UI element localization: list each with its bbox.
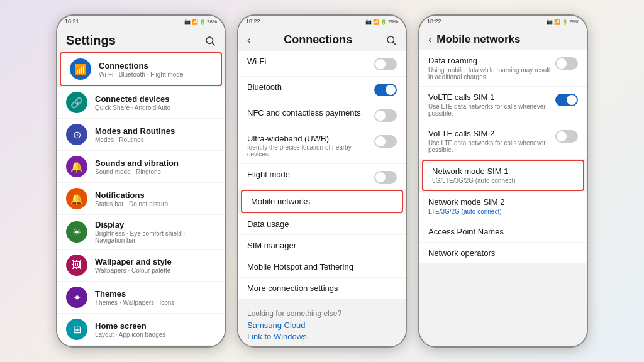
data-roaming-toggle[interactable] [555,57,578,70]
time-2: 18:22 [246,18,260,25]
nfc-toggle[interactable] [374,109,397,122]
conn-item-hotspot[interactable]: Mobile Hotspot and Tethering [238,256,406,277]
modes-icon: ⊙ [66,124,87,145]
settings-header: Settings [57,27,225,52]
settings-screen: Settings 📶 Connections Wi-Fi · Bluetooth… [57,27,225,346]
themes-title: Themes [95,289,216,299]
looking-section: Looking for something else? Samsung Clou… [238,303,406,346]
connected-devices-icon: 🔗 [66,92,87,113]
back-button[interactable]: ‹ [247,35,250,46]
wallpaper-subtitle: Wallpapers · Colour palette [95,267,216,274]
modes-subtitle: Modes · Routines [95,136,216,143]
notifications-title: Notifications [95,190,216,200]
search-icon-2[interactable] [386,35,397,46]
sounds-icon: 🔔 [66,156,87,177]
display-title: Display [95,220,216,229]
connections-subtitle: Wi-Fi · Bluetooth · Flight mode [99,71,212,78]
themes-subtitle: Themes · Wallpapers · Icons [95,299,216,306]
display-icon: ☀ [66,221,87,243]
mobile-item-network-sim1[interactable]: Network mode SIM 1 5G/LTE/3G/2G (auto co… [422,160,584,191]
mobile-item-operators[interactable]: Network operators [419,243,587,263]
connections-title: Connections [99,61,212,70]
mobile-networks-title: Mobile networks [436,33,520,46]
settings-item-connections[interactable]: 📶 Connections Wi-Fi · Bluetooth · Flight… [60,52,222,86]
phone-2: 18:22 📷 📶 🔋 29% ‹ Connections Wi-Fi [237,14,407,348]
wallpaper-title: Wallpaper and style [95,257,216,266]
connections-title: Connections [284,33,352,47]
mobile-item-volte-sim2[interactable]: VoLTE calls SIM 2 Use LTE data networks … [419,123,587,159]
settings-item-connected-devices[interactable]: 🔗 Connected devices Quick Share · Androi… [57,87,225,118]
mobile-list: Data roaming Using mobile data while roa… [419,50,587,264]
settings-item-display[interactable]: ☀ Display Brightness · Eye comfort shiel… [57,215,225,249]
home-screen-title: Home screen [95,321,216,331]
conn-item-uwb[interactable]: Ultra-wideband (UWB) Identify the precis… [238,128,406,163]
status-icons-3: 📷 📶 🔋 29% [547,19,579,25]
home-screen-subtitle: Layout · App icon badges [95,331,216,338]
conn-item-more[interactable]: More connection settings [238,278,406,299]
settings-item-sounds[interactable]: 🔔 Sounds and vibration Sound mode · Ring… [57,151,225,182]
phone-1: 18:21 📷 📶 🔋 28% Settings 📶 Connections W… [56,14,226,348]
status-icons-1: 📷 📶 🔋 28% [184,19,217,25]
phone-3: 18:22 📷 📶 🔋 29% ‹ Mobile networks Data r… [418,14,588,348]
mobile-item-apn[interactable]: Access Point Names [419,221,587,242]
conn-item-sim[interactable]: SIM manager [238,235,406,256]
uwb-toggle[interactable] [374,135,397,148]
samsung-cloud-link[interactable]: Samsung Cloud [247,321,397,330]
bluetooth-toggle[interactable] [374,84,397,96]
mobile-item-network-sim2[interactable]: Network mode SIM 2 LTE/3G/2G (auto conne… [419,192,587,221]
status-bar-3: 18:22 📷 📶 🔋 29% [419,16,587,27]
svg-line-1 [212,43,214,45]
mobile-networks-header: ‹ Mobile networks [419,27,587,50]
link-to-windows-link[interactable]: Link to Windows [247,332,397,341]
time-3: 18:22 [427,18,441,25]
status-bar-2: 18:22 📷 📶 🔋 29% [238,16,406,27]
back-button-3[interactable]: ‹ [428,34,431,45]
mobile-item-data-roaming[interactable]: Data roaming Using mobile data while roa… [419,50,587,86]
time-1: 18:21 [65,18,79,25]
search-icon[interactable] [204,35,216,47]
volte-sim2-toggle[interactable] [555,130,578,143]
home-screen-icon: ⊞ [66,319,87,340]
conn-item-wifi[interactable]: Wi-Fi [238,51,406,76]
svg-point-2 [387,36,394,43]
settings-item-home-screen[interactable]: ⊞ Home screen Layout · App icon badges [57,314,225,345]
themes-icon: ✦ [66,287,87,308]
conn-item-mobile-networks[interactable]: Mobile networks [241,190,403,213]
sounds-subtitle: Sound mode · Ringtone [95,168,216,175]
conn-item-bluetooth[interactable]: Bluetooth [238,77,406,102]
notifications-subtitle: Status bar · Do not disturb [95,200,216,207]
wifi-toggle[interactable] [374,58,397,70]
settings-item-themes[interactable]: ✦ Themes Themes · Wallpapers · Icons [57,282,225,313]
conn-item-data-usage[interactable]: Data usage [238,214,406,234]
display-subtitle: Brightness · Eye comfort shield · Naviga… [95,230,216,244]
connected-devices-subtitle: Quick Share · Android Auto [95,104,216,111]
sounds-title: Sounds and vibration [95,158,216,168]
connections-icon: 📶 [70,58,91,80]
mobile-networks-screen: ‹ Mobile networks Data roaming Using mob… [419,27,587,346]
modes-title: Modes and Routines [95,126,216,136]
connections-screen: ‹ Connections Wi-Fi Bluetooth [238,27,406,346]
svg-line-3 [393,42,396,45]
mobile-item-volte-sim1[interactable]: VoLTE calls SIM 1 Use LTE data networks … [419,87,587,123]
status-bar-1: 18:21 📷 📶 🔋 28% [57,16,225,27]
conn-item-flight[interactable]: Flight mode [238,164,406,189]
settings-list: 📶 Connections Wi-Fi · Bluetooth · Flight… [57,52,225,346]
settings-item-wallpaper[interactable]: 🖼 Wallpaper and style Wallpapers · Colou… [57,250,225,281]
status-icons-2: 📷 📶 🔋 29% [365,19,398,25]
looking-title: Looking for something else? [247,309,397,318]
connections-list: Wi-Fi Bluetooth NFC and contactless paym… [238,50,406,346]
settings-item-notifications[interactable]: 🔔 Notifications Status bar · Do not dist… [57,183,225,214]
settings-title: Settings [66,33,116,48]
svg-point-0 [206,37,213,44]
conn-item-nfc[interactable]: NFC and contactless payments [238,102,406,128]
connections-header: ‹ Connections [238,27,406,50]
settings-item-modes[interactable]: ⊙ Modes and Routines Modes · Routines [57,119,225,150]
volte-sim1-toggle[interactable] [555,94,578,106]
wallpaper-icon: 🖼 [66,255,87,276]
notifications-icon: 🔔 [66,188,87,209]
connected-devices-title: Connected devices [95,94,216,104]
settings-item-lock-screen[interactable]: 🔒 Lock screen Screen lock style · Always… [57,346,225,346]
flight-toggle[interactable] [374,171,397,184]
